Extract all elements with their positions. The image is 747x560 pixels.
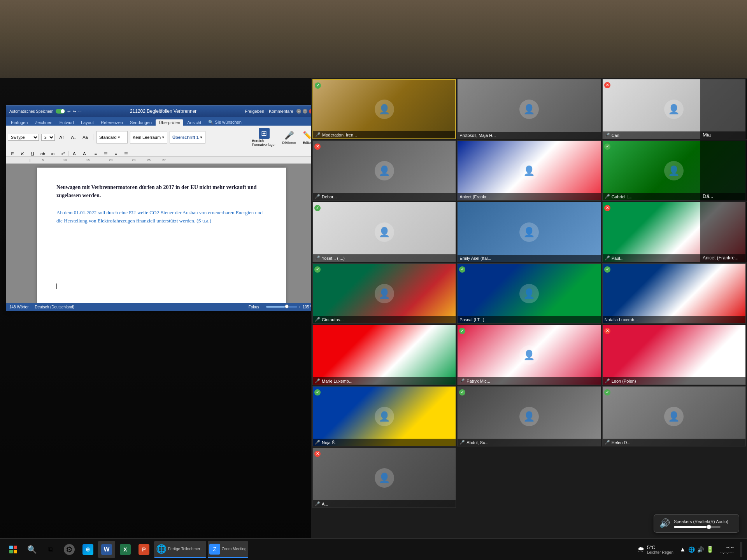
- highlight-icon[interactable]: A: [80, 150, 89, 157]
- tile-gintautas[interactable]: 👤 ✓ 🎤 Gintautas...: [312, 263, 456, 324]
- zoom-controls[interactable]: − + 105 %: [262, 305, 314, 309]
- superscript-icon[interactable]: x²: [58, 150, 68, 157]
- edge-button[interactable]: e: [79, 541, 96, 558]
- tab-referenzen[interactable]: Referenzen: [98, 119, 126, 126]
- tile-leon[interactable]: ✕ 🎤 Leon (Polen): [602, 325, 746, 385]
- chrome-label: Fertige Teilnehmer ...: [168, 547, 205, 551]
- align-right-icon[interactable]: ≡: [111, 150, 121, 157]
- tile-debora[interactable]: 👤 ✕ 🎤 Debor...: [312, 140, 456, 201]
- strikethrough-icon[interactable]: ab: [38, 150, 47, 157]
- network-icon[interactable]: 🌐: [688, 546, 695, 553]
- tray-up-arrow[interactable]: ▲: [680, 546, 686, 553]
- align-center-icon[interactable]: ☰: [101, 150, 110, 157]
- italic-icon[interactable]: K: [18, 150, 27, 157]
- tab-entwurf[interactable]: Entwurf: [56, 119, 77, 126]
- focus-view[interactable]: Fokus: [249, 305, 259, 309]
- justify-icon[interactable]: ☰: [121, 150, 131, 157]
- tile-yosef[interactable]: 👤 ✓ 🎤 Yosef... (I...): [312, 202, 456, 262]
- style-ueberschrift[interactable]: Überschrift 1 ▼: [170, 131, 205, 144]
- show-desktop-button[interactable]: [740, 542, 742, 557]
- tab-ansicht[interactable]: Ansicht: [184, 119, 204, 126]
- redo-icon[interactable]: ↪: [73, 109, 76, 114]
- tile-abdul[interactable]: 👤 ✓ 🎤 Abdul, Sc...: [457, 386, 601, 446]
- comments-button[interactable]: Kommentare: [269, 109, 293, 114]
- tile-patryk[interactable]: 👤 ✓ 🎤 Patryk Mic...: [457, 325, 601, 385]
- tile-can[interactable]: 👤 ✕ 🎤 Can: [602, 79, 746, 139]
- word-button[interactable]: W: [98, 541, 115, 558]
- search-button[interactable]: 🔍: [23, 541, 40, 558]
- tab-ueberpruefen[interactable]: Überprüfen: [156, 119, 183, 126]
- dictate-button[interactable]: 🎤 Diktieren: [280, 129, 298, 145]
- tab-search[interactable]: 🔍 Sie wünschen: [205, 119, 245, 126]
- tile-noja[interactable]: 👤 ✓ 🎤 Noja Š.: [312, 386, 456, 446]
- zoom-button[interactable]: Z Zoom Meeting: [208, 541, 248, 558]
- minimize-button[interactable]: −: [296, 109, 301, 114]
- task-view-button[interactable]: ⧉: [42, 541, 59, 558]
- volume-thumb[interactable]: [707, 525, 711, 529]
- tile-marie[interactable]: 🎤 Marie Luxemb...: [312, 325, 456, 385]
- bold-icon[interactable]: F: [8, 150, 17, 157]
- volume-slider-container[interactable]: [674, 526, 733, 528]
- tile-emily[interactable]: 👤 Emily Asel (Ital...: [457, 202, 601, 262]
- area-format-button[interactable]: ⊞ BereichFormatvorlagen: [249, 127, 279, 147]
- tile-gabriel[interactable]: 👤 ✓ 🎤 Gabriel L...: [602, 140, 746, 201]
- tab-layout[interactable]: Layout: [78, 119, 97, 126]
- excel-button[interactable]: X: [117, 541, 134, 558]
- word-status-bar: 148 Wörter Deutsch (Deutschland) Fokus −…: [6, 303, 317, 311]
- tile-natalia[interactable]: ✓ Natalia Luxemb...: [602, 263, 746, 324]
- word-page[interactable]: Neuwagen mit Verbrennermotoren dürfen ab…: [37, 168, 286, 303]
- emily-label: Emily Asel (Ital...: [458, 255, 600, 262]
- main-paragraph[interactable]: Neuwagen mit Verbrennermotoren dürfen ab…: [56, 183, 267, 200]
- blue-paragraph[interactable]: Ab dem 01.01.2022 soll durch eine EU-wei…: [56, 209, 267, 225]
- weather-widget[interactable]: 🌧 5°C Leichter Regen: [635, 543, 677, 556]
- word-count: 148 Wörter: [9, 305, 28, 309]
- system-tray: 🌧 5°C Leichter Regen ▲ 🌐 🔊 🔋 --:-- --.--…: [635, 542, 742, 557]
- anon-avatar: 👤: [375, 468, 394, 488]
- decrease-font-icon[interactable]: A↓: [69, 133, 78, 141]
- tab-einfuegen[interactable]: Einfügen: [8, 119, 31, 126]
- tab-zeichnen[interactable]: Zeichnen: [32, 119, 55, 126]
- leon-label: 🎤 Leon (Polen): [603, 377, 745, 385]
- tile-pascal[interactable]: 👤 ✓ Pascal (LT...): [457, 263, 601, 324]
- tile-anon[interactable]: 👤 ✕ 🎤 A...: [312, 448, 456, 508]
- increase-font-icon[interactable]: A↑: [57, 133, 67, 141]
- font-select[interactable]: SwType: [8, 134, 39, 141]
- tab-sendungen[interactable]: Sendungen: [127, 119, 155, 126]
- underline-icon[interactable]: U: [28, 150, 37, 157]
- tile-moderation[interactable]: 👤 ✓ 🎤 Moderation, Iren...: [312, 79, 456, 139]
- marie-mic: 🎤: [315, 378, 320, 383]
- font-color-icon[interactable]: A: [70, 150, 79, 157]
- gabriel-check: ✓: [604, 142, 610, 150]
- font-size-select[interactable]: 24: [41, 134, 55, 141]
- tile-paul[interactable]: ✕ 🎤 Paul...: [602, 202, 746, 262]
- maximize-button[interactable]: □: [303, 109, 307, 114]
- style-standard[interactable]: Standard ▼: [96, 131, 128, 144]
- word-page-area[interactable]: Neuwagen mit Verbrennermotoren dürfen ab…: [6, 164, 317, 303]
- align-left-icon[interactable]: ≡: [91, 150, 100, 157]
- style-kein-leeraum[interactable]: Kein Leerraum ▼: [130, 131, 167, 144]
- volume-slider[interactable]: [674, 526, 721, 528]
- yosef-mic: 🎤: [315, 256, 320, 261]
- word-icon: W: [101, 544, 112, 555]
- tile-protokoll[interactable]: 👤 Protokoll, Maja H...: [457, 79, 601, 139]
- clear-format-icon[interactable]: Aa: [81, 133, 90, 141]
- subscript-icon[interactable]: x₂: [48, 150, 58, 157]
- tray-time[interactable]: --:-- --.--.----: [717, 544, 737, 555]
- powerpoint-button[interactable]: P: [135, 541, 153, 558]
- helen-avatar: 👤: [664, 407, 684, 426]
- edge-icon: e: [82, 544, 93, 555]
- volume-tray-icon[interactable]: 🔊: [697, 546, 704, 553]
- battery-icon[interactable]: 🔋: [706, 546, 714, 553]
- tile-anicet[interactable]: 👤 Anicet (Frankr...: [457, 140, 601, 201]
- chrome-button[interactable]: 🌐 Fertige Teilnehmer ...: [154, 541, 206, 558]
- settings-button[interactable]: ⚙: [61, 541, 78, 558]
- tile-helen[interactable]: 👤 ✓ 🎤 Helen D...: [602, 386, 746, 446]
- leon-mic: 🎤: [605, 378, 610, 383]
- can-label: 🎤 Can: [603, 131, 745, 139]
- yosef-check: ✓: [314, 204, 321, 211]
- undo-icon[interactable]: ↩: [67, 109, 70, 114]
- more-icon[interactable]: ···: [78, 109, 81, 114]
- start-button[interactable]: [5, 541, 22, 558]
- share-button[interactable]: Freigeben: [245, 109, 264, 114]
- language-indicator: Deutsch (Deutschland): [35, 305, 74, 309]
